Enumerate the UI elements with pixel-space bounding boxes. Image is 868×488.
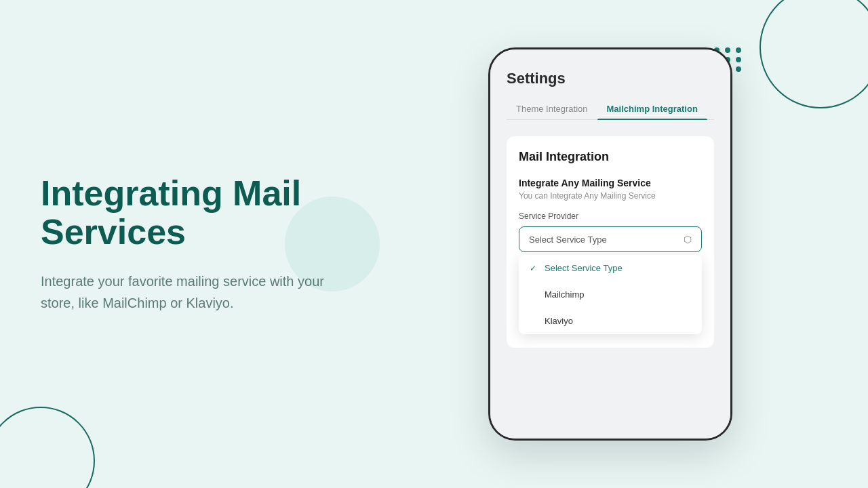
tabs-row: Theme Integration Mailchimp Integration: [507, 98, 714, 120]
settings-title: Settings: [507, 70, 714, 87]
select-value: Select Service Type: [529, 235, 607, 245]
settings-card: Mail Integration Integrate Any Mailing S…: [507, 136, 714, 348]
left-section: Integrating Mail Services Integrate your…: [41, 174, 339, 314]
deco-circle-top-right: [760, 0, 868, 108]
service-provider-label: Service Provider: [519, 211, 702, 221]
tab-theme-integration[interactable]: Theme Integration: [507, 98, 597, 119]
chevron-down-icon: ⬡: [684, 234, 692, 245]
dropdown-option-mailchimp[interactable]: Mailchimp: [519, 281, 702, 308]
deco-circle-bottom-left: [0, 407, 95, 488]
phone-screen: Settings Theme Integration Mailchimp Int…: [490, 49, 730, 439]
dropdown-option-select-service-type[interactable]: ✓ Select Service Type: [519, 255, 702, 281]
mail-integration-title: Mail Integration: [519, 150, 702, 164]
dot: [736, 47, 741, 53]
main-heading: Integrating Mail Services: [41, 174, 339, 251]
check-icon: ✓: [530, 264, 539, 273]
dot: [736, 57, 741, 62]
tab-mailchimp-integration[interactable]: Mailchimp Integration: [597, 98, 707, 119]
phone-frame: Settings Theme Integration Mailchimp Int…: [488, 47, 732, 441]
service-type-select[interactable]: Select Service Type ⬡: [519, 226, 702, 252]
integrate-any-heading: Integrate Any Mailing Service: [519, 178, 702, 188]
phone-container: Settings Theme Integration Mailchimp Int…: [488, 47, 732, 441]
description-text: Integrate your favorite mailing service …: [41, 270, 339, 314]
dropdown-menu: ✓ Select Service Type Mailchimp Klaviyo: [519, 255, 702, 334]
integrate-any-subtext: You can Integrate Any Mailing Service: [519, 191, 702, 201]
dot: [736, 66, 741, 72]
dropdown-option-klaviyo[interactable]: Klaviyo: [519, 308, 702, 334]
